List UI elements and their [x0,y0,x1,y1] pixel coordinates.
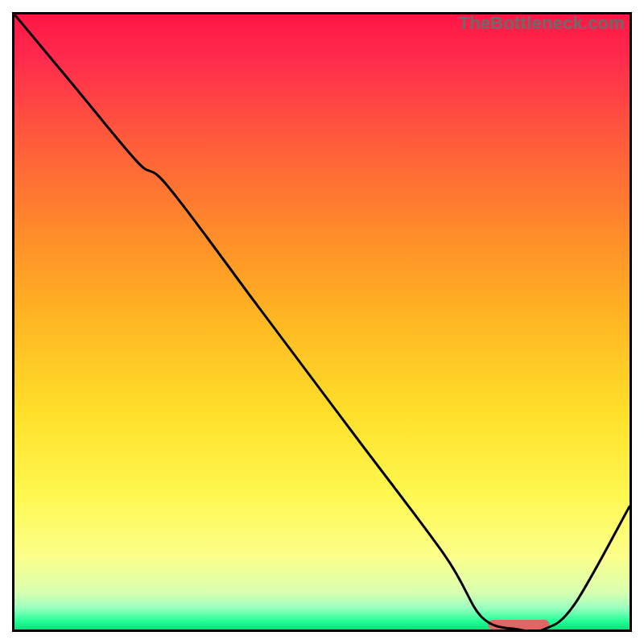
optimal-range-marker [488,620,549,630]
gradient-background [14,14,630,630]
chart-frame: TheBottleneck.com [12,12,632,632]
watermark-text: TheBottleneck.com [459,13,625,34]
chart-canvas [14,14,630,630]
